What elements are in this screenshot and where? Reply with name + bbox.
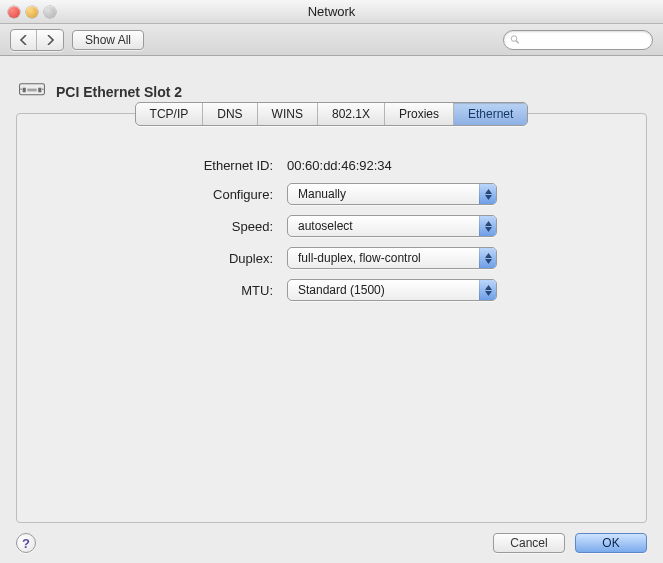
updown-icon — [479, 280, 496, 300]
ethernet-form: Ethernet ID: 00:60:dd:46:92:34 Configure… — [17, 114, 646, 301]
chevron-right-icon — [46, 35, 54, 45]
duplex-label: Duplex: — [17, 251, 287, 266]
svg-line-1 — [516, 41, 518, 43]
tab-dns[interactable]: DNS — [203, 103, 257, 125]
updown-icon — [479, 184, 496, 204]
ethernet-id-label: Ethernet ID: — [17, 158, 287, 173]
row-configure: Configure: Manually — [17, 183, 616, 205]
updown-icon — [479, 216, 496, 236]
speed-select[interactable]: autoselect — [287, 215, 497, 237]
nav-segmented — [10, 29, 64, 51]
minimize-window-button[interactable] — [26, 6, 38, 18]
row-ethernet-id: Ethernet ID: 00:60:dd:46:92:34 — [17, 158, 616, 173]
sheet-buttons: ? Cancel OK — [16, 533, 647, 553]
tab-8021x[interactable]: 802.1X — [318, 103, 385, 125]
forward-button[interactable] — [37, 30, 63, 50]
chevron-left-icon — [20, 35, 28, 45]
search-icon — [510, 34, 520, 45]
pane-header: PCI Ethernet Slot 2 — [18, 80, 647, 103]
mtu-select[interactable]: Standard (1500) — [287, 279, 497, 301]
zoom-window-button[interactable] — [44, 6, 56, 18]
window-controls — [8, 6, 56, 18]
row-speed: Speed: autoselect — [17, 215, 616, 237]
show-all-button[interactable]: Show All — [72, 30, 144, 50]
svg-point-4 — [42, 88, 44, 90]
svg-point-3 — [20, 88, 22, 90]
configure-value: Manually — [298, 187, 346, 201]
pane-title: PCI Ethernet Slot 2 — [56, 84, 182, 100]
titlebar: Network — [0, 0, 663, 24]
speed-value: autoselect — [298, 219, 353, 233]
toolbar: Show All — [0, 24, 663, 56]
ethernet-id-value: 00:60:dd:46:92:34 — [287, 158, 392, 173]
tab-proxies[interactable]: Proxies — [385, 103, 454, 125]
tabstrip: TCP/IP DNS WINS 802.1X Proxies Ethernet — [135, 102, 529, 126]
updown-icon — [479, 248, 496, 268]
tab-tcpip[interactable]: TCP/IP — [136, 103, 204, 125]
configure-label: Configure: — [17, 187, 287, 202]
search-input[interactable] — [523, 34, 646, 46]
back-button[interactable] — [11, 30, 37, 50]
settings-panel: TCP/IP DNS WINS 802.1X Proxies Ethernet … — [16, 113, 647, 523]
ethernet-port-icon — [18, 80, 46, 103]
cancel-button[interactable]: Cancel — [493, 533, 565, 553]
mtu-value: Standard (1500) — [298, 283, 385, 297]
mtu-label: MTU: — [17, 283, 287, 298]
speed-label: Speed: — [17, 219, 287, 234]
duplex-select[interactable]: full-duplex, flow-control — [287, 247, 497, 269]
configure-select[interactable]: Manually — [287, 183, 497, 205]
sheet: PCI Ethernet Slot 2 TCP/IP DNS WINS 802.… — [0, 56, 663, 563]
ok-button[interactable]: OK — [575, 533, 647, 553]
row-duplex: Duplex: full-duplex, flow-control — [17, 247, 616, 269]
row-mtu: MTU: Standard (1500) — [17, 279, 616, 301]
window-title: Network — [0, 4, 663, 19]
duplex-value: full-duplex, flow-control — [298, 251, 421, 265]
tab-wins[interactable]: WINS — [258, 103, 318, 125]
tab-ethernet[interactable]: Ethernet — [454, 103, 527, 125]
search-field-wrap[interactable] — [503, 30, 653, 50]
close-window-button[interactable] — [8, 6, 20, 18]
tabstrip-wrap: TCP/IP DNS WINS 802.1X Proxies Ethernet — [17, 102, 646, 126]
svg-point-0 — [511, 36, 517, 42]
help-button[interactable]: ? — [16, 533, 36, 553]
